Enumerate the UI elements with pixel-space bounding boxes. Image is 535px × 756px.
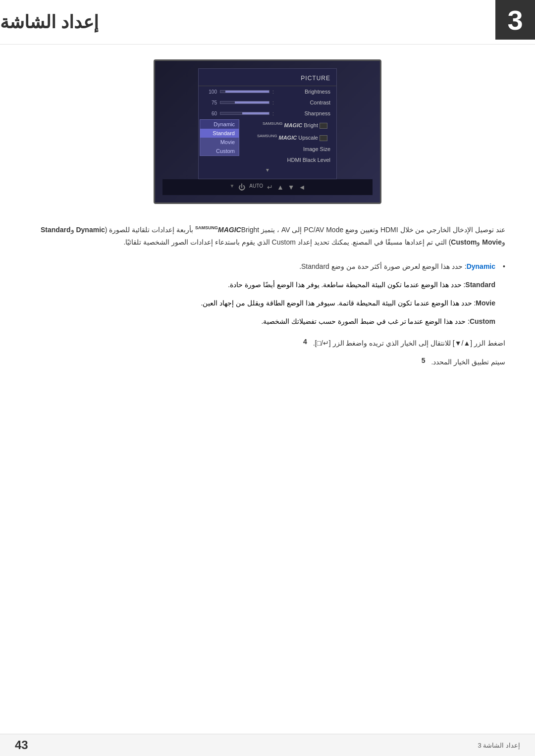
brightness-item[interactable]: Brightness : 100 <box>199 86 336 97</box>
brightness-track <box>220 90 269 93</box>
contrast-value: 75 <box>205 100 217 105</box>
standard-term-intro: Standard <box>41 226 71 234</box>
brand-samsung-super: SAMSUNG <box>195 225 218 230</box>
ctrl-power: ⏻ <box>238 183 245 191</box>
ctrl-arrows-down: ▼ <box>229 183 234 191</box>
brightness-bar: : 100 <box>205 89 274 95</box>
dynamic-item: Dynamic: حدد هذا الوضع لعرض صورة أكثر حد… <box>30 261 505 273</box>
page-footer: إعداد الشاشة 3 43 <box>0 734 535 756</box>
step-5: سيتم تطبيق الخيار المحدد. 5 <box>30 356 505 368</box>
footer-chapter-text: إعداد الشاشة 3 <box>478 742 520 749</box>
sharpness-item[interactable]: Sharpness : 60 <box>199 108 336 119</box>
sharpness-track <box>220 112 269 115</box>
brightness-value: 100 <box>205 89 217 95</box>
magic-bright-label: SAMSUNG MAGIC Bright <box>263 121 330 129</box>
custom-term-intro: Custom <box>451 238 477 246</box>
sharpness-bar: : 60 <box>205 111 274 116</box>
ctrl-left: ◄ <box>299 183 306 191</box>
dynamic-term: Dynamic <box>467 262 495 270</box>
dropdown-movie[interactable]: Movie <box>200 138 239 147</box>
ctrl-down: ▼ <box>288 183 295 191</box>
contrast-item[interactable]: Contrast : 75 <box>199 97 336 108</box>
magic-upscale-label: SAMSUNG MAGIC Upscale <box>257 134 330 141</box>
ctrl-auto: AUTO <box>249 183 263 191</box>
menu-icon2 <box>320 135 327 141</box>
step-4: اضغط الزر [▲/▼] للانتقال إلى الخيار الذي… <box>30 338 505 350</box>
brightness-fill <box>225 91 269 93</box>
dynamic-term-intro: Dynamic <box>76 226 105 234</box>
sharpness-fill <box>242 112 269 114</box>
bright-dropdown-container: : Dynamic Standard Movie Custom <box>205 122 206 128</box>
scroll-down-indicator: ▼ <box>199 165 336 175</box>
ctrl-up: ▲ <box>277 183 284 191</box>
brand-magic-text: MAGIC <box>218 226 241 234</box>
contrast-label: Contrast <box>310 100 330 105</box>
magic-bright-item[interactable]: SAMSUNG MAGIC Bright : Dynamic Standard … <box>199 119 336 131</box>
image-size-label: Image Size <box>303 146 330 152</box>
dropdown-custom[interactable]: Custom <box>200 147 239 155</box>
brightness-dropdown[interactable]: Dynamic Standard Movie Custom <box>200 119 239 156</box>
ctrl-enter: ↵ <box>267 183 273 191</box>
dropdown-standard[interactable]: Standard <box>200 129 239 138</box>
movie-term-intro: Movie <box>482 238 502 246</box>
movie-term: Movie <box>476 299 495 307</box>
monitor-section: PICTURE Brightness : 100 Contrast <box>0 45 535 214</box>
menu-icon <box>320 123 327 129</box>
page-header: إعداد الشاشة 3 <box>0 0 535 45</box>
step-5-text: سيتم تطبيق الخيار المحدد. <box>431 356 505 368</box>
standard-term: Standard <box>465 281 495 289</box>
menu-title: PICTURE <box>199 73 336 86</box>
contrast-bar: : 75 <box>205 100 274 105</box>
page-number: 43 <box>15 738 28 752</box>
monitor-frame: PICTURE Brightness : 100 Contrast <box>154 59 381 204</box>
mode-list: Dynamic: حدد هذا الوضع لعرض صورة أكثر حد… <box>30 261 505 273</box>
monitor-screen: PICTURE Brightness : 100 Contrast <box>155 61 380 202</box>
custom-term: Custom <box>470 317 495 325</box>
picture-menu: PICTURE Brightness : 100 Contrast <box>198 68 337 179</box>
standard-item: Standard: حدد هذا الوضع عندما تكون البيئ… <box>30 279 495 291</box>
step-4-number: 4 <box>297 338 307 346</box>
movie-item: Movie: حدد هذا الوضع عندما تكون البيئة ا… <box>30 297 495 309</box>
sharpness-label: Sharpness <box>304 110 330 116</box>
dropdown-dynamic[interactable]: Dynamic <box>200 120 239 129</box>
contrast-track <box>220 101 269 104</box>
contrast-fill <box>235 101 269 103</box>
custom-item: Custom: حدد هذا الوضع عندما تر غب في ضبط… <box>30 315 495 328</box>
chapter-number: 3 <box>495 0 535 40</box>
hdmi-black-label: HDMI Black Level <box>287 157 330 163</box>
sharpness-value: 60 <box>205 111 217 116</box>
monitor-controls: ◄ ▼ ▲ ↵ AUTO ⏻ ▼ <box>162 179 373 195</box>
chapter-title: إعداد الشاشة <box>0 12 99 33</box>
intro-paragraph: عند توصيل الإدخال الخارجي من خلال HDMI و… <box>30 224 505 249</box>
dynamic-colon: : حدد هذا الوضع لعرض صورة أكثر حدة من وض… <box>299 262 467 270</box>
brightness-label: Brightness <box>305 89 330 95</box>
step-4-text: اضغط الزر [▲/▼] للانتقال إلى الخيار الذي… <box>313 338 505 350</box>
main-content: عند توصيل الإدخال الخارجي من خلال HDMI و… <box>0 214 535 385</box>
step-5-number: 5 <box>415 356 425 364</box>
